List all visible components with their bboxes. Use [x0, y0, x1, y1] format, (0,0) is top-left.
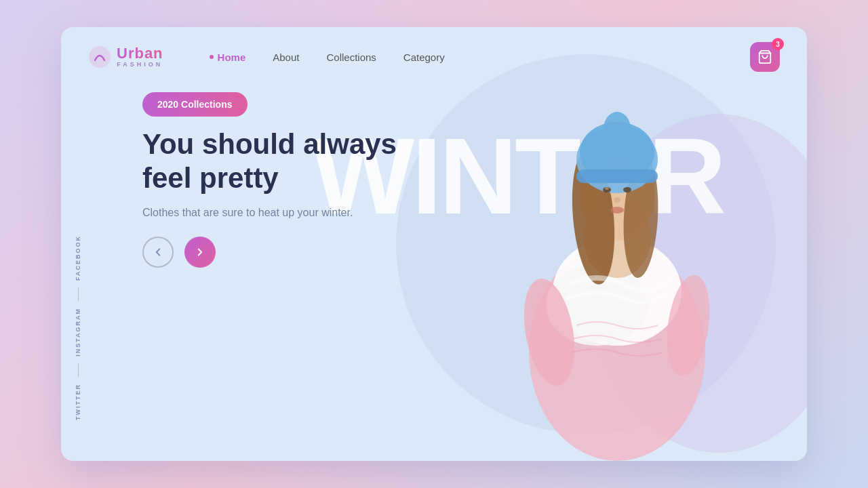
model-image — [461, 41, 773, 461]
prev-button[interactable] — [142, 237, 174, 268]
nav-home[interactable]: Home — [218, 52, 246, 63]
collection-badge[interactable]: 2020 Collections — [142, 92, 248, 117]
nav-arrows — [142, 237, 454, 268]
logo-brand: Urban — [117, 46, 163, 61]
nav: Home About Collections Category — [218, 52, 750, 63]
social-instagram[interactable]: INSTAGRAM — [75, 308, 81, 357]
svg-point-16 — [614, 197, 620, 203]
nav-category[interactable]: Category — [403, 52, 445, 63]
social-links: FACEBOOK INSTAGRAM TWITTER — [75, 235, 81, 420]
next-button[interactable] — [184, 237, 216, 268]
logo-icon — [88, 45, 111, 68]
arrow-right-icon — [194, 246, 206, 258]
nav-about[interactable]: About — [273, 52, 299, 63]
hero-content: 2020 Collections You should always feel … — [61, 72, 481, 268]
social-divider-1 — [78, 287, 79, 301]
social-twitter[interactable]: TWITTER — [75, 384, 81, 420]
arrow-left-icon — [152, 246, 164, 258]
social-facebook[interactable]: FACEBOOK — [75, 235, 81, 281]
svg-rect-11 — [576, 169, 658, 183]
browser-window: WINTER Urban — [61, 27, 807, 461]
logo-text: Urban FASHION — [117, 46, 163, 68]
cart-button[interactable]: 3 — [750, 42, 780, 72]
logo[interactable]: Urban FASHION — [88, 45, 163, 68]
logo-tagline: FASHION — [117, 62, 163, 68]
svg-point-15 — [605, 187, 609, 190]
svg-point-0 — [89, 46, 111, 68]
social-divider-2 — [78, 363, 79, 377]
svg-point-12 — [604, 112, 631, 146]
hero-title: You should always feel pretty — [142, 127, 454, 196]
nav-collections[interactable]: Collections — [326, 52, 376, 63]
cart-badge: 3 — [772, 38, 784, 50]
header: Urban FASHION Home About Collections Cat… — [61, 27, 807, 72]
cart-icon — [757, 49, 772, 64]
hero-subtitle: Clothes that are sure to heat up your wi… — [142, 207, 454, 219]
svg-point-17 — [610, 207, 624, 214]
svg-point-14 — [623, 187, 631, 192]
